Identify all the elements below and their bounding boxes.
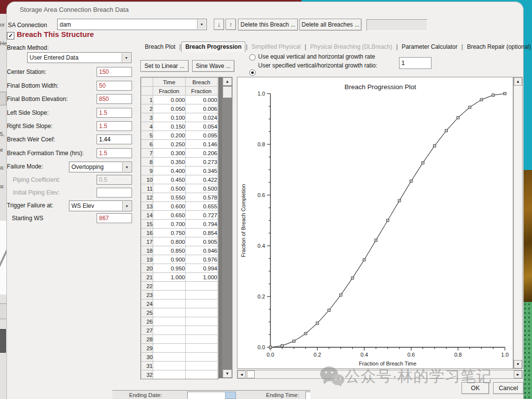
combo-dropdown-icon[interactable]: ▼ (122, 201, 131, 210)
user-growth-radio[interactable] (249, 69, 256, 76)
table-cell[interactable]: 0.600 (153, 202, 186, 211)
table-cell[interactable] (153, 291, 186, 299)
final-bottom-elevation-input[interactable] (97, 94, 132, 104)
table-cell[interactable] (153, 282, 186, 291)
cancel-button[interactable]: Cancel (493, 382, 524, 394)
table-cell[interactable]: 0.150 (153, 122, 186, 131)
table-cell[interactable]: 0.095 (185, 131, 218, 140)
table-cell[interactable] (153, 317, 186, 326)
table-cell[interactable]: 0.950 (153, 264, 186, 273)
equal-growth-radio[interactable] (249, 54, 256, 61)
chart-scroll-down-button[interactable]: ▼ (514, 360, 522, 368)
sine-wave-button[interactable]: Sine Wave ... (192, 60, 234, 72)
tab-parameter-calculator[interactable]: Parameter Calculator (398, 42, 461, 52)
combo-dropdown-icon[interactable]: ▼ (122, 53, 131, 62)
table-cell[interactable]: 0.300 (153, 149, 186, 158)
table-cell[interactable] (185, 299, 218, 308)
table-cell[interactable]: 0.727 (185, 211, 218, 220)
failure-mode-dropdown[interactable]: Overtopping ▼ (69, 162, 132, 172)
table-cell[interactable]: 0.550 (153, 193, 186, 202)
final-bottom-width-input[interactable] (97, 81, 132, 91)
table-cell[interactable] (153, 299, 186, 308)
delete-this-breach-button[interactable]: Delete this Breach ... (238, 19, 298, 31)
table-cell[interactable] (153, 344, 186, 353)
ok-button[interactable]: OK (462, 382, 489, 394)
table-cell[interactable]: 0.146 (185, 140, 218, 149)
table-cell[interactable]: 0.006 (185, 104, 218, 113)
table-cell[interactable] (153, 335, 186, 344)
table-cell[interactable]: 0.200 (153, 131, 186, 140)
table-cell[interactable]: 0.976 (185, 255, 218, 264)
growth-ratio-input[interactable] (399, 57, 432, 69)
table-cell[interactable]: 0.578 (185, 193, 218, 202)
table-cell[interactable]: 0.905 (185, 237, 218, 246)
table-cell[interactable] (185, 291, 218, 299)
chart-vertical-scrollbar[interactable]: ▲ ▼ (513, 77, 523, 369)
table-cell[interactable]: 0.500 (153, 184, 186, 193)
table-cell[interactable]: 0.250 (153, 140, 186, 149)
table-cell[interactable] (185, 282, 218, 291)
table-cell[interactable] (153, 308, 186, 317)
sa-connection-combobox[interactable]: dam ▼ (57, 19, 207, 30)
table-cell[interactable]: 0.946 (185, 246, 218, 255)
chart-horizontal-scrollbar[interactable]: ◄ ► (237, 370, 523, 379)
chart-scroll-left-button[interactable]: ◄ (237, 370, 246, 378)
table-cell[interactable] (185, 326, 218, 335)
table-cell[interactable]: 0.050 (153, 104, 186, 113)
table-cell[interactable]: 0.800 (153, 237, 186, 246)
table-cell[interactable]: 0.500 (185, 184, 218, 193)
equal-growth-label[interactable]: Use equal vertical and horizontal growth… (258, 53, 375, 60)
table-cell[interactable] (153, 353, 186, 362)
table-cell[interactable] (153, 326, 186, 335)
combo-dropdown-icon[interactable]: ▼ (197, 20, 206, 29)
breach-weir-coef-input[interactable] (97, 134, 132, 144)
table-cell[interactable]: 0.000 (185, 96, 218, 104)
table-cell[interactable]: 0.345 (185, 166, 218, 175)
table-scroll-up-button[interactable]: ▲ (223, 77, 232, 86)
table-cell[interactable] (185, 335, 218, 344)
breach-formation-time-input[interactable] (97, 148, 132, 158)
next-breach-button[interactable]: ↑ (226, 19, 236, 30)
breach-this-structure-checkbox[interactable]: ✓ (7, 32, 14, 39)
table-cell[interactable]: 0.273 (185, 158, 218, 166)
table-cell[interactable] (185, 344, 218, 353)
table-cell[interactable]: 1.000 (153, 273, 186, 282)
table-cell[interactable] (153, 362, 186, 370)
table-cell[interactable] (185, 317, 218, 326)
table-cell[interactable] (185, 353, 218, 362)
table-cell[interactable]: 0.900 (153, 255, 186, 264)
table-cell[interactable]: 0.794 (185, 220, 218, 229)
tab-breach-repair-optional[interactable]: Breach Repair (optional) (464, 42, 532, 52)
table-cell[interactable]: 0.650 (153, 211, 186, 220)
user-growth-label[interactable]: User specified vertical/horizontal growt… (258, 62, 377, 69)
table-cell[interactable]: 0.994 (185, 264, 218, 273)
table-cell[interactable]: 0.422 (185, 175, 218, 184)
tab-breach-plot[interactable]: Breach Plot (141, 42, 179, 52)
table-cell[interactable]: 0.000 (153, 96, 186, 104)
chart-hscroll-thumb[interactable] (247, 370, 255, 378)
previous-breach-button[interactable]: ↓ (214, 19, 224, 30)
table-cell[interactable]: 0.850 (153, 246, 186, 255)
breach-method-dropdown[interactable]: User Entered Data ▼ (27, 52, 132, 63)
table-cell[interactable]: 0.854 (185, 229, 218, 237)
table-scroll-down-button[interactable]: ▼ (223, 369, 232, 378)
tab-breach-progression[interactable]: Breach Progression (181, 41, 245, 52)
table-cell[interactable]: 0.054 (185, 122, 218, 131)
table-cell[interactable]: 0.350 (153, 158, 186, 166)
trigger-failure-dropdown[interactable]: WS Elev ▼ (69, 200, 132, 211)
table-cell[interactable] (185, 370, 218, 379)
table-cell[interactable] (185, 308, 218, 317)
table-cell[interactable]: 0.700 (153, 220, 186, 229)
table-scroll-thumb[interactable] (223, 86, 232, 98)
combo-dropdown-icon[interactable]: ▼ (122, 163, 131, 171)
center-station-input[interactable] (97, 67, 132, 77)
set-to-linear-button[interactable]: Set to Linear ... (140, 60, 189, 72)
chart-scroll-right-button[interactable]: ► (514, 370, 522, 378)
table-cell[interactable]: 0.100 (153, 113, 186, 122)
table-scrollbar[interactable]: ▲ ▼ (222, 77, 233, 378)
starting-ws-input[interactable] (97, 213, 132, 223)
table-cell[interactable]: 1.000 (185, 273, 218, 282)
table-cell[interactable]: 0.206 (185, 149, 218, 158)
table-cell[interactable]: 0.655 (185, 202, 218, 211)
table-cell[interactable]: 0.750 (153, 229, 186, 237)
